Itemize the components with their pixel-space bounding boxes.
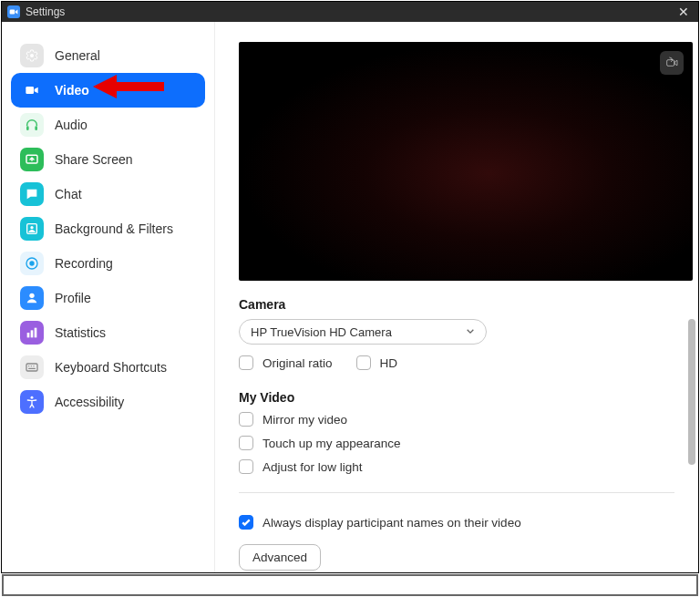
title-bar: Settings ✕ [2, 2, 698, 22]
sidebar-item-keyboard-shortcuts[interactable]: Keyboard Shortcuts [11, 350, 205, 385]
sidebar: General Video Audio Share Screen [2, 22, 215, 572]
svg-rect-12 [31, 330, 34, 337]
share-screen-icon [20, 148, 44, 171]
svg-rect-16 [667, 60, 674, 67]
recording-icon [20, 252, 44, 275]
sidebar-item-audio[interactable]: Audio [11, 108, 205, 142]
profile-icon [20, 286, 44, 310]
video-icon [20, 78, 44, 102]
chevron-down-icon [466, 325, 475, 339]
svg-rect-13 [35, 328, 37, 338]
checkbox-box [239, 436, 253, 450]
camera-selected-value: HP TrueVision HD Camera [251, 325, 392, 339]
touch-up-checkbox[interactable]: Touch up my appearance [239, 436, 674, 450]
svg-point-1 [30, 54, 34, 57]
checkbox-label: Touch up my appearance [262, 437, 401, 450]
statistics-icon [20, 321, 44, 345]
sidebar-item-label: Keyboard Shortcuts [55, 360, 167, 375]
svg-point-7 [30, 226, 33, 229]
close-button[interactable]: ✕ [674, 5, 693, 19]
sidebar-item-label: Statistics [55, 325, 106, 340]
sidebar-item-label: General [55, 48, 100, 63]
svg-point-9 [29, 261, 34, 265]
sidebar-item-general[interactable]: General [11, 38, 205, 73]
camera-options-row: Original ratio HD [239, 355, 674, 370]
sidebar-item-label: Chat [55, 187, 82, 201]
headphones-icon [20, 113, 44, 137]
sidebar-item-label: Recording [55, 256, 113, 271]
gear-icon [20, 44, 44, 67]
checkbox-label: HD [380, 356, 398, 370]
always-display-names-checkbox[interactable]: Always display participant names on thei… [239, 515, 674, 530]
content-pane: Camera HP TrueVision HD Camera Original … [215, 22, 698, 572]
background-icon [20, 217, 44, 241]
checkbox-label: Original ratio [262, 356, 333, 370]
advanced-button[interactable]: Advanced [239, 544, 321, 571]
sidebar-item-share-screen[interactable]: Share Screen [11, 142, 205, 177]
svg-rect-14 [26, 364, 37, 371]
svg-rect-2 [26, 87, 34, 94]
checkbox-label: Adjust for low light [262, 460, 363, 474]
checkbox-box [239, 459, 253, 474]
sidebar-item-label: Share Screen [55, 152, 133, 167]
sidebar-item-label: Video [55, 83, 89, 98]
accessibility-icon [20, 390, 44, 414]
sidebar-item-accessibility[interactable]: Accessibility [11, 385, 205, 419]
zoom-app-icon [7, 5, 20, 18]
checkbox-box [239, 355, 253, 370]
svg-rect-3 [26, 126, 29, 130]
my-video-options: Mirror my video Touch up my appearance A… [239, 412, 674, 474]
sidebar-item-label: Background & Filters [55, 221, 173, 236]
sidebar-item-label: Audio [55, 118, 88, 132]
checkbox-box [356, 355, 371, 370]
sidebar-item-statistics[interactable]: Statistics [11, 315, 205, 350]
sidebar-item-profile[interactable]: Profile [11, 281, 205, 315]
original-ratio-checkbox[interactable]: Original ratio [239, 355, 333, 370]
hd-checkbox[interactable]: HD [356, 355, 398, 370]
keyboard-icon [20, 355, 44, 379]
divider [239, 492, 674, 493]
svg-rect-0 [10, 10, 15, 15]
sidebar-item-label: Accessibility [55, 395, 124, 409]
svg-rect-11 [27, 333, 30, 337]
sidebar-item-video[interactable]: Video [11, 73, 205, 108]
video-preview [239, 42, 693, 281]
sidebar-item-background-filters[interactable]: Background & Filters [11, 211, 205, 246]
sidebar-item-chat[interactable]: Chat [11, 177, 205, 211]
sidebar-item-label: Profile [55, 291, 91, 305]
secondary-frame [2, 574, 698, 596]
svg-point-10 [29, 293, 34, 298]
window-title: Settings [26, 5, 674, 18]
scrollbar-thumb[interactable] [688, 319, 695, 465]
checkbox-box [239, 515, 253, 530]
sidebar-item-recording[interactable]: Recording [11, 246, 205, 281]
checkbox-label: Mirror my video [262, 413, 347, 427]
low-light-checkbox[interactable]: Adjust for low light [239, 459, 674, 474]
my-video-section-label: My Video [239, 390, 674, 405]
mirror-video-checkbox[interactable]: Mirror my video [239, 412, 674, 427]
chat-icon [20, 182, 44, 206]
settings-window: Settings ✕ General Video Audio [1, 1, 699, 573]
svg-rect-4 [35, 126, 37, 130]
checkbox-box [239, 412, 253, 427]
svg-point-15 [31, 396, 34, 399]
rotate-camera-button[interactable] [660, 51, 684, 75]
camera-section-label: Camera [239, 297, 674, 312]
checkbox-label: Always display participant names on thei… [262, 516, 521, 530]
camera-select[interactable]: HP TrueVision HD Camera [239, 319, 487, 345]
window-body: General Video Audio Share Screen [2, 22, 698, 572]
